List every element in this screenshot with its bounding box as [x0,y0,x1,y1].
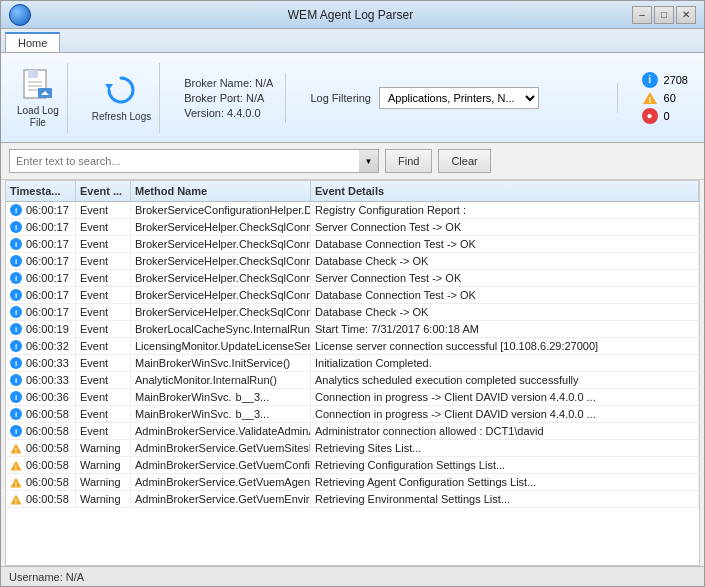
info-row-icon: i [10,221,22,233]
table-row[interactable]: i06:00:58 Event MainBrokerWinSvc.b__3...… [6,406,699,423]
cell-details: Connection in progress -> Client DAVID v… [311,406,699,422]
svg-rect-1 [28,70,38,78]
table-row[interactable]: i06:00:19 Event BrokerLocalCacheSync.Int… [6,321,699,338]
info-row-icon: i [10,323,22,335]
table-row[interactable]: i06:00:33 Event MainBrokerWinSvc.InitSer… [6,355,699,372]
minimize-button[interactable]: – [632,6,652,24]
cell-method: BrokerServiceHelper.CheckSqlConnection() [131,304,311,320]
main-window: WEM Agent Log Parser – □ ✕ Home [0,0,705,587]
cell-event: Event [76,270,131,286]
svg-text:!: ! [15,498,17,505]
cell-event: Event [76,423,131,439]
info-row-icon: i [10,238,22,250]
status-bar: Username: N/A [1,566,704,586]
table-row[interactable]: i06:00:17 Event BrokerServiceHelper.Chec… [6,287,699,304]
cell-event: Event [76,253,131,269]
table-row[interactable]: i06:00:17 Event BrokerServiceConfigurati… [6,202,699,219]
cell-method: LicensingMonitor.UpdateLicenseServerConn… [131,338,311,354]
cell-timestamp: !06:00:58 [6,491,76,507]
close-button[interactable]: ✕ [676,6,696,24]
maximize-button[interactable]: □ [654,6,674,24]
clear-button[interactable]: Clear [438,149,490,173]
header-event: Event ... [76,181,131,201]
table-row[interactable]: !06:00:58 Warning AdminBrokerService.Get… [6,440,699,457]
info-row-icon: i [10,408,22,420]
cell-timestamp: i06:00:58 [6,423,76,439]
table-row[interactable]: i06:00:17 Event BrokerServiceHelper.Chec… [6,304,699,321]
cell-event: Event [76,287,131,303]
cell-method: BrokerServiceHelper.CheckSqlConnection() [131,253,311,269]
table-row[interactable]: !06:00:58 Warning AdminBrokerService.Get… [6,491,699,508]
info-row-icon: i [10,374,22,386]
search-input[interactable] [9,149,379,173]
cell-timestamp: i06:00:19 [6,321,76,337]
cell-method: BrokerServiceHelper.CheckSqlConnection() [131,287,311,303]
stat-info-row: i 2708 [642,72,688,88]
filter-dropdown[interactable]: Applications, Printers, N... [379,87,539,109]
cell-event: Event [76,304,131,320]
cell-timestamp: i06:00:17 [6,253,76,269]
cell-details: Retrieving Configuration Settings List..… [311,457,699,473]
cell-details: Database Connection Test -> OK [311,287,699,303]
table-row[interactable]: i06:00:33 Event AnalyticMonitor.Internal… [6,372,699,389]
svg-text:!: ! [15,464,17,471]
tab-home[interactable]: Home [5,32,60,52]
cell-timestamp: i06:00:17 [6,304,76,320]
window-title: WEM Agent Log Parser [69,8,632,22]
refresh-logs-button[interactable]: Refresh Logs [84,63,160,133]
search-bar: ▼ Find Clear [1,143,704,180]
info-row-icon: i [10,255,22,267]
stat-error-row: ● 0 [642,108,688,124]
search-dropdown-button[interactable]: ▼ [359,149,379,173]
warning-row-icon: ! [10,460,22,471]
cell-event: Event [76,202,131,218]
warning-icon: ! [642,91,658,105]
version: Version: 4.4.0.0 [184,107,273,119]
cell-timestamp: i06:00:17 [6,236,76,252]
cell-method: BrokerServiceConfigurationHelper.DoCfgRe… [131,202,311,218]
table-row[interactable]: i06:00:17 Event BrokerServiceHelper.Chec… [6,236,699,253]
search-input-wrapper: ▼ [9,149,379,173]
broker-name: Broker Name: N/A [184,77,273,89]
find-button[interactable]: Find [385,149,432,173]
info-row-icon: i [10,391,22,403]
cell-event: Event [76,219,131,235]
load-log-button[interactable]: Load Log File [9,63,68,133]
svg-text:!: ! [648,95,651,105]
info-row-icon: i [10,204,22,216]
window-controls: – □ ✕ [632,6,696,24]
app-logo [9,4,31,26]
tab-bar: Home [1,29,704,53]
svg-marker-7 [105,84,113,90]
cell-event: Event [76,372,131,388]
log-table-body[interactable]: i06:00:17 Event BrokerServiceConfigurati… [6,202,699,565]
error-icon: ● [642,108,658,124]
cell-details: Administrator connection allowed : DCT1\… [311,423,699,439]
table-row[interactable]: !06:00:58 Warning AdminBrokerService.Get… [6,474,699,491]
table-row[interactable]: i06:00:17 Event BrokerServiceHelper.Chec… [6,253,699,270]
filter-label: Log Filtering [310,92,371,104]
refresh-icon [103,72,139,108]
cell-timestamp: i06:00:33 [6,355,76,371]
load-log-label: Load Log File [17,105,59,129]
cell-details: License server connection successful [10… [311,338,699,354]
username-label: Username: N/A [9,571,84,583]
table-row[interactable]: i06:00:17 Event BrokerServiceHelper.Chec… [6,270,699,287]
info-row-icon: i [10,289,22,301]
table-row[interactable]: i06:00:36 Event MainBrokerWinSvc.b__3...… [6,389,699,406]
info-icon: i [642,72,658,88]
cell-details: Connection in progress -> Client DAVID v… [311,389,699,405]
table-row[interactable]: i06:00:17 Event BrokerServiceHelper.Chec… [6,219,699,236]
cell-details: Retrieving Agent Configuration Settings … [311,474,699,490]
table-row[interactable]: i06:00:32 Event LicensingMonitor.UpdateL… [6,338,699,355]
cell-method: MainBrokerWinSvc.b__3... [131,406,311,422]
stat-info-value: 2708 [664,74,688,86]
table-row[interactable]: !06:00:58 Warning AdminBrokerService.Get… [6,457,699,474]
stats-section: i 2708 ! 60 ● 0 [634,68,696,128]
cell-event: Warning [76,474,131,490]
cell-method: AdminBrokerService.GetVuemAgentConfigura… [131,474,311,490]
cell-event: Warning [76,491,131,507]
table-row[interactable]: i06:00:58 Event AdminBrokerService.Valid… [6,423,699,440]
stat-error-value: 0 [664,110,670,122]
cell-timestamp: !06:00:58 [6,440,76,456]
